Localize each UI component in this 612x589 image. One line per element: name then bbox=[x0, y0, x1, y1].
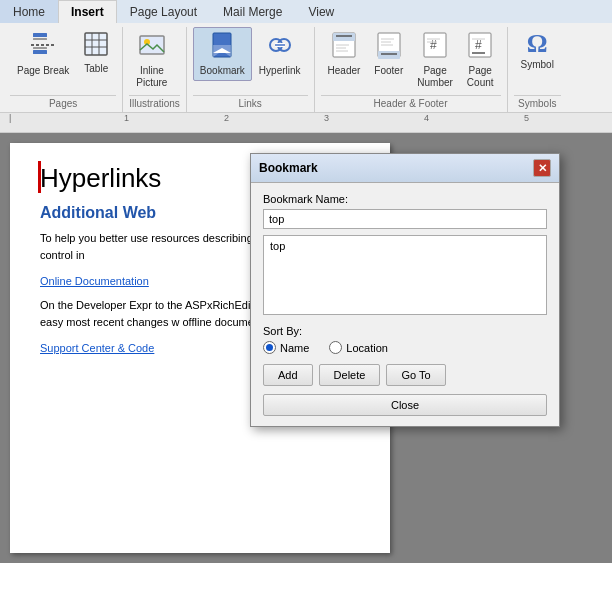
bookmark-icon bbox=[209, 31, 235, 63]
sort-label: Sort By: bbox=[263, 325, 547, 337]
support-center-link[interactable]: Support Center & Code bbox=[40, 342, 154, 354]
delete-button[interactable]: Delete bbox=[319, 364, 381, 386]
bookmark-name-label: Bookmark Name: bbox=[263, 193, 547, 205]
illustrations-group-label: Illustrations bbox=[129, 95, 180, 112]
sort-options: Name Location bbox=[263, 341, 547, 354]
bookmark-name-input[interactable] bbox=[263, 209, 547, 229]
go-to-button[interactable]: Go To bbox=[386, 364, 445, 386]
svg-rect-19 bbox=[333, 33, 355, 41]
svg-rect-10 bbox=[140, 36, 164, 54]
inline-picture-label: InlinePicture bbox=[136, 65, 167, 89]
dialog-title: Bookmark bbox=[259, 161, 318, 175]
svg-text:#: # bbox=[475, 38, 482, 52]
ruler: | 1 2 3 4 5 bbox=[0, 113, 612, 133]
ribbon: Home Insert Page Layout Mail Merge View bbox=[0, 0, 612, 113]
pages-group-label: Pages bbox=[10, 95, 116, 112]
table-label: Table bbox=[84, 63, 108, 75]
ribbon-group-header-footer: Header Footer bbox=[315, 27, 508, 112]
tab-insert[interactable]: Insert bbox=[58, 0, 117, 23]
ruler-mark-2: 2 bbox=[224, 113, 229, 123]
page-break-icon bbox=[29, 31, 57, 63]
ribbon-group-pages: Page Break Table Pages bbox=[4, 27, 123, 112]
ruler-mark-5: 5 bbox=[524, 113, 529, 123]
sort-name-radio[interactable] bbox=[263, 341, 276, 354]
hyperlink-icon bbox=[266, 31, 294, 63]
page-number-icon: # bbox=[422, 31, 448, 63]
svg-text:#: # bbox=[430, 38, 437, 52]
ribbon-body: Page Break Table Pages bbox=[0, 23, 612, 112]
footer-icon bbox=[376, 31, 402, 63]
table-icon bbox=[83, 31, 109, 61]
bookmark-dialog: Bookmark ✕ Bookmark Name: top Sort By: N… bbox=[250, 153, 560, 427]
tab-home[interactable]: Home bbox=[0, 0, 58, 23]
add-button[interactable]: Add bbox=[263, 364, 313, 386]
sort-section: Sort By: Name Location bbox=[263, 325, 547, 354]
page-count-icon: # bbox=[467, 31, 493, 63]
ruler-mark-1: 1 bbox=[124, 113, 129, 123]
sort-name-option[interactable]: Name bbox=[263, 341, 309, 354]
svg-rect-1 bbox=[33, 38, 47, 40]
symbol-icon: Ω bbox=[527, 31, 548, 57]
inline-picture-icon bbox=[138, 31, 166, 63]
dialog-title-bar: Bookmark ✕ bbox=[251, 154, 559, 183]
page-break-label: Page Break bbox=[17, 65, 69, 77]
ruler-mark-3: 3 bbox=[324, 113, 329, 123]
svg-rect-0 bbox=[33, 33, 47, 37]
sort-location-radio[interactable] bbox=[329, 341, 342, 354]
hyperlink-label: Hyperlink bbox=[259, 65, 301, 77]
page-break-button[interactable]: Page Break bbox=[10, 27, 76, 81]
dialog-body: Bookmark Name: top Sort By: Name Locatio… bbox=[251, 183, 559, 426]
svg-rect-3 bbox=[33, 47, 47, 49]
dialog-action-buttons: Add Delete Go To bbox=[263, 364, 547, 386]
ruler-mark-0: | bbox=[9, 113, 11, 123]
header-button[interactable]: Header bbox=[321, 27, 368, 81]
bookmark-label: Bookmark bbox=[200, 65, 245, 77]
svg-rect-25 bbox=[378, 51, 400, 59]
header-icon bbox=[331, 31, 357, 63]
svg-rect-4 bbox=[33, 50, 47, 54]
bookmark-marker bbox=[38, 161, 41, 193]
ruler-mark-4: 4 bbox=[424, 113, 429, 123]
tab-page-layout[interactable]: Page Layout bbox=[117, 0, 210, 23]
tab-mail-merge[interactable]: Mail Merge bbox=[210, 0, 295, 23]
footer-label: Footer bbox=[374, 65, 403, 77]
page-count-button[interactable]: # PageCount bbox=[460, 27, 501, 93]
symbols-group-label: Symbols bbox=[514, 95, 561, 112]
table-button[interactable]: Table bbox=[76, 27, 116, 79]
hyperlink-button[interactable]: Hyperlink bbox=[252, 27, 308, 81]
inline-picture-button[interactable]: InlinePicture bbox=[129, 27, 174, 93]
page-number-label: PageNumber bbox=[417, 65, 453, 89]
links-group-label: Links bbox=[193, 95, 308, 112]
symbol-label: Symbol bbox=[521, 59, 554, 71]
online-documentation-link[interactable]: Online Documentation bbox=[40, 275, 149, 287]
ribbon-group-links: Bookmark Hyperlink Links bbox=[187, 27, 315, 112]
page-number-button[interactable]: # PageNumber bbox=[410, 27, 460, 93]
sort-name-label: Name bbox=[280, 342, 309, 354]
sort-location-option[interactable]: Location bbox=[329, 341, 388, 354]
bookmark-button[interactable]: Bookmark bbox=[193, 27, 252, 81]
symbol-button[interactable]: Ω Symbol bbox=[514, 27, 561, 75]
ribbon-group-illustrations: InlinePicture Illustrations bbox=[123, 27, 187, 112]
sort-location-label: Location bbox=[346, 342, 388, 354]
page-count-label: PageCount bbox=[467, 65, 494, 89]
ribbon-tabs: Home Insert Page Layout Mail Merge View bbox=[0, 0, 612, 23]
tab-view[interactable]: View bbox=[295, 0, 347, 23]
document-area: Hyperlinks Additional Web To help you be… bbox=[0, 133, 612, 563]
close-button[interactable]: Close bbox=[263, 394, 547, 416]
header-label: Header bbox=[328, 65, 361, 77]
bookmark-list-item-top[interactable]: top bbox=[266, 238, 544, 254]
ribbon-group-symbols: Ω Symbol Symbols bbox=[508, 27, 567, 112]
dialog-close-button[interactable]: ✕ bbox=[533, 159, 551, 177]
footer-button[interactable]: Footer bbox=[367, 27, 410, 81]
svg-rect-5 bbox=[85, 33, 107, 55]
header-footer-group-label: Header & Footer bbox=[321, 95, 501, 112]
bookmark-listbox[interactable]: top bbox=[263, 235, 547, 315]
